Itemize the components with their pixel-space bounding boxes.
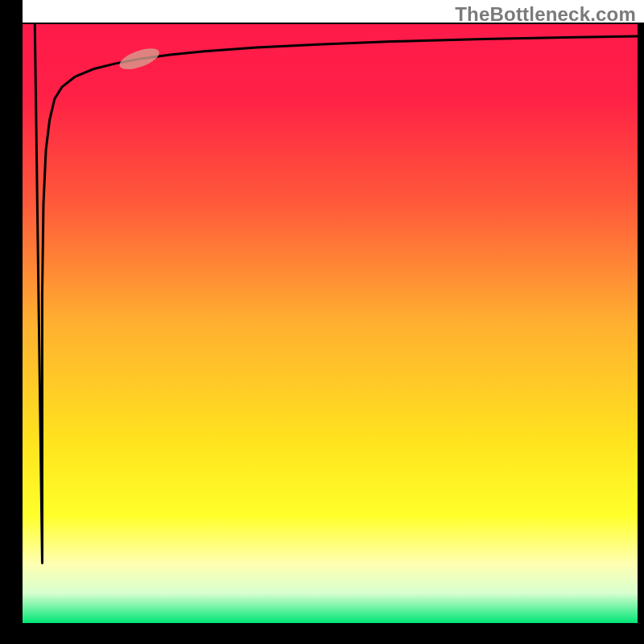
plot-background <box>23 24 638 623</box>
axis-frame <box>0 0 23 644</box>
chart-stage: TheBottleneck.com <box>0 0 644 644</box>
axis-frame <box>0 623 644 644</box>
chart-svg <box>0 0 644 644</box>
axis-frame <box>638 23 644 625</box>
watermark-text: TheBottleneck.com <box>455 3 636 26</box>
